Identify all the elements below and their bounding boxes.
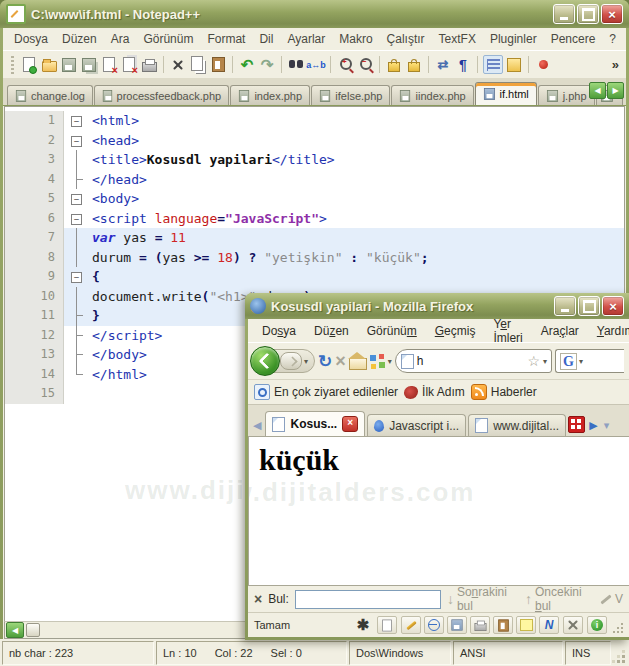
bookmark-haberler[interactable]: Haberler [471,384,537,400]
bookmark-en-ok-ziyaret-edilenler[interactable]: En çok ziyaret edilenler [254,384,398,400]
replace-icon[interactable]: a↔b [307,56,325,73]
tabs-dropdown-icon[interactable]: ▾ [602,419,612,436]
fold-marker-icon[interactable] [64,365,90,385]
validator-icon[interactable]: N [539,616,559,634]
info-icon[interactable]: i [587,616,607,634]
menu-item-ge-mi[interactable]: Geçmiş [427,322,484,340]
find-input[interactable] [295,590,441,609]
fold-marker-icon[interactable] [64,150,90,170]
notepadpp-titlebar[interactable]: C:\www\if.html - Notepad++ × [0,0,629,28]
print-page-icon[interactable] [470,616,490,634]
firefox-resize-grip[interactable] [611,613,625,637]
show-symbols-icon[interactable]: ¶ [454,56,472,73]
menu-item-dosya[interactable]: Dosya [254,322,304,340]
menu-item-pluginler[interactable]: Pluginler [483,30,544,48]
minimize-button[interactable] [553,4,575,24]
indent-guides-icon[interactable] [483,55,503,74]
tab-scroll-right-icon[interactable]: ▶ [607,82,624,99]
back-icon[interactable] [250,346,280,376]
fold-marker-icon[interactable] [64,228,90,248]
document-tab-processfeedback-php[interactable]: processfeedback.php [94,85,229,105]
menu-item-d-zen[interactable]: Düzen [306,322,357,340]
home-icon[interactable] [349,358,367,370]
scroll-left-icon[interactable]: ◀ [6,622,24,638]
location-bar[interactable]: h ☆ ▾ [395,349,552,373]
open-folder-icon[interactable] [40,56,58,73]
close-icon[interactable] [100,56,118,73]
tabs-scroll-left-icon[interactable]: ◀ [251,419,263,436]
highlight-all-button[interactable]: V [600,592,623,606]
record-macro-icon[interactable] [534,56,552,73]
sync-v-icon[interactable] [385,56,403,73]
menu-item-ayarlar[interactable]: Ayarlar [280,30,332,48]
note-icon[interactable] [516,616,536,634]
document-tab-iindex-php[interactable]: iindex.php [391,85,473,105]
reload-icon[interactable]: ↻ [318,353,332,370]
find-icon[interactable] [287,56,305,73]
menu-item-format[interactable]: Format [200,30,252,48]
fold-marker-icon[interactable] [64,189,90,209]
fold-marker-icon[interactable] [64,248,90,268]
zoom-in-icon[interactable]: + [336,56,354,73]
fold-marker-icon[interactable] [64,111,90,131]
zoom-out-icon[interactable]: − [356,56,374,73]
firefox-titlebar[interactable]: Kosusdl yapilari - Mozilla Firefox × [245,293,629,319]
stop-icon[interactable]: × [335,352,346,370]
find-next-button[interactable]: ↓ Sonrakini bul [447,585,519,612]
urlbar-dropdown-icon[interactable]: ▾ [543,357,547,366]
menu-item-al-t-r[interactable]: Çalıştır [380,30,432,48]
word-wrap-icon[interactable]: ⇄ [434,56,452,73]
extensions-grid-icon[interactable] [370,354,385,369]
toolbar-grip[interactable] [11,56,14,74]
close-button[interactable]: × [601,4,623,24]
bookmark-star-icon[interactable]: ☆ [527,354,540,368]
menu-item-item[interactable]: ? [602,30,623,48]
tab-close-icon[interactable]: × [342,416,358,432]
search-engine-dropdown-icon[interactable]: ▾ [579,357,583,366]
save-all-icon[interactable] [80,56,98,73]
document-close-icon[interactable]: × [623,32,629,46]
clipboard-icon[interactable] [493,616,513,634]
fold-marker-icon[interactable] [64,384,90,404]
document-tab-if-html[interactable]: if.html [475,82,537,105]
menu-item-ara-lar[interactable]: Araçlar [533,322,587,340]
spider-icon[interactable]: ✱ [353,616,373,634]
browser-tab-www-dijital[interactable]: www.dijital... [468,414,566,436]
history-dropdown-icon[interactable]: ▾ [304,357,308,366]
menu-item-ara[interactable]: Ara [104,30,137,48]
url-text[interactable]: h [417,354,525,368]
fold-marker-icon[interactable] [64,306,90,326]
close-all-icon[interactable] [120,56,138,73]
doc-switcher-icon[interactable] [505,56,523,73]
sync-h-icon[interactable] [405,56,423,73]
view-source-icon[interactable] [424,616,444,634]
bookmark-i-lk-ad-m[interactable]: İlk Adım [404,385,465,399]
findbar-close-icon[interactable]: × [254,591,262,607]
menu-item-yard-m[interactable]: Yardım [589,322,629,340]
toolbar-overflow-chevron[interactable]: » [607,57,624,72]
undo-icon[interactable]: ↶ [238,56,256,73]
tools-icon[interactable] [563,616,583,634]
firefox-minimize-button[interactable] [554,296,576,316]
fold-marker-icon[interactable] [64,287,90,307]
scrollbar-thumb[interactable] [26,623,40,637]
document-tab-j-php[interactable]: j.php [538,85,595,105]
new-file-icon[interactable] [20,56,38,73]
fold-marker-icon[interactable] [64,209,90,229]
browser-tab-kosus[interactable]: Kosus...× [265,411,365,436]
document-tab-ifelse-php[interactable]: ifelse.php [311,85,390,105]
fold-marker-icon[interactable] [64,345,90,365]
menu-item-pencere[interactable]: Pencere [544,30,603,48]
menu-item-g-r-n-m[interactable]: Görünüm [359,322,425,340]
cut-icon[interactable] [169,56,187,73]
fold-marker-icon[interactable] [64,170,90,190]
copy-icon[interactable] [189,56,207,73]
redo-icon[interactable]: ↷ [258,56,276,73]
menu-item-dil[interactable]: Dil [252,30,280,48]
forward-icon[interactable] [280,352,302,370]
browser-tab-javascript-i[interactable]: Javascript i... [367,414,466,436]
document-tab-index-php[interactable]: index.php [230,85,310,105]
menu-item-textfx[interactable]: TextFX [432,30,483,48]
maximize-button[interactable] [577,4,599,24]
menu-item-g-r-n-m[interactable]: Görünüm [136,30,200,48]
